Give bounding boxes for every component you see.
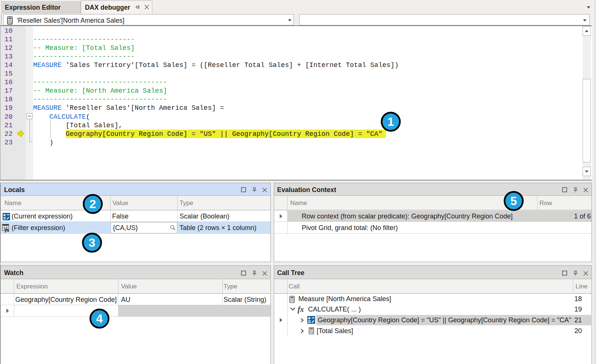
svg-text:fx: fx (5, 227, 9, 233)
svg-text:4: 4 (96, 312, 103, 325)
svg-text:1: 1 (387, 115, 394, 128)
svg-text:5: 5 (510, 194, 517, 208)
svg-text:3: 3 (89, 236, 95, 249)
svg-text:2: 2 (89, 197, 96, 211)
